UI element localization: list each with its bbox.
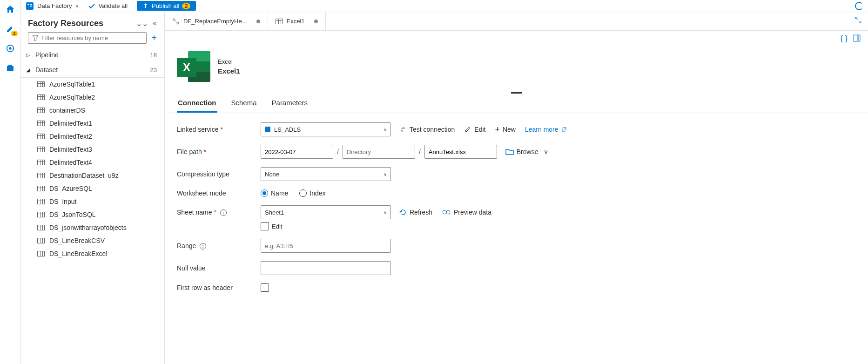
publish-all-button[interactable]: Publish all 2 [137, 1, 196, 11]
table-icon [37, 251, 45, 256]
svg-point-12 [443, 210, 446, 214]
table-icon [37, 173, 45, 178]
browse-dropdown[interactable]: ∨ [544, 148, 548, 155]
dataset-item[interactable]: DS_LineBreakCSV [20, 234, 164, 247]
dataset-item-label: containerDS [49, 107, 85, 114]
home-icon[interactable] [4, 3, 17, 16]
section-label: Pipeline [35, 51, 59, 59]
dataset-item[interactable]: DS_Input [20, 195, 164, 208]
collapse-panel-icon[interactable]: « [153, 19, 157, 28]
directory-input[interactable] [343, 145, 415, 159]
file-input[interactable] [424, 145, 497, 159]
tab-dataflow[interactable]: DF_ReplaceEmptyHe... [165, 12, 268, 30]
resource-tree: ▷Pipeline 18 ◢Dataset 23 AzureSqlTable1A… [20, 47, 164, 364]
table-icon [276, 19, 283, 24]
section-label: Dataset [35, 66, 58, 74]
connection-form: Linked service * LS_ADLS ∨ Test connecti… [165, 113, 868, 310]
breadcrumb[interactable]: Data Factory ∨ [26, 2, 79, 10]
dataset-item[interactable]: AzureSqlTable1 [20, 78, 164, 91]
compression-select[interactable]: None ∨ [261, 167, 391, 181]
table-icon [37, 199, 45, 204]
linked-service-select[interactable]: LS_ADLS ∨ [261, 122, 391, 136]
section-count: 18 [150, 52, 157, 59]
dataset-item[interactable]: DelimitedText3 [20, 143, 164, 156]
sheet-name-select[interactable]: Sheet1 ∨ [261, 205, 391, 219]
left-rail: 2 [0, 0, 20, 364]
container-input[interactable] [261, 145, 333, 159]
range-input[interactable] [261, 239, 391, 253]
tree-section-dataset[interactable]: ◢Dataset 23 [20, 62, 164, 78]
section-count: 23 [150, 67, 157, 74]
chevron-down-icon: ∨ [384, 172, 387, 177]
edit-checkbox[interactable] [261, 222, 269, 230]
dataset-item[interactable]: DS_LineBreakExcel [20, 247, 164, 260]
svg-point-1 [9, 47, 11, 49]
author-icon[interactable]: 2 [4, 22, 17, 35]
new-button[interactable]: + New [495, 126, 516, 133]
chevron-down-icon: ◢ [26, 67, 32, 73]
compression-value: None [265, 171, 279, 178]
table-icon [37, 94, 45, 100]
first-row-header-checkbox[interactable] [261, 283, 269, 292]
dataset-item[interactable]: DelimitedText4 [20, 156, 164, 169]
dataset-item[interactable]: DestinationDataset_u9z [20, 169, 164, 182]
manage-icon[interactable] [4, 61, 17, 74]
tab-parameters[interactable]: Parameters [271, 94, 309, 113]
path-separator: / [337, 148, 339, 155]
test-connection-button[interactable]: Test connection [399, 126, 455, 133]
dataset-item-label: DS_JsonToSQL [49, 211, 96, 218]
learn-more-label: Learn more [525, 126, 558, 133]
table-icon [37, 238, 45, 243]
tab-schema[interactable]: Schema [230, 94, 258, 113]
loading-spinner-icon [855, 2, 863, 10]
null-value-input[interactable] [261, 261, 391, 275]
edit-button[interactable]: Edit [464, 126, 485, 133]
chevrons-down-icon[interactable]: ⌄⌄ [136, 19, 148, 28]
dataset-item[interactable]: containerDS [20, 104, 164, 117]
dataset-item[interactable]: DS_AzureSQL [20, 182, 164, 195]
worksheet-mode-label: Worksheet mode [177, 189, 261, 197]
range-label: Range [177, 242, 196, 249]
refresh-label: Refresh [410, 209, 432, 216]
dataset-item[interactable]: DS_JsonToSQL [20, 208, 164, 221]
dataset-item[interactable]: DelimitedText2 [20, 130, 164, 143]
svg-rect-10 [854, 35, 858, 41]
svg-rect-3 [8, 65, 12, 67]
dataset-item[interactable]: AzureSqlTable2 [20, 91, 164, 104]
learn-more-link[interactable]: Learn more [525, 126, 567, 133]
validate-all-button[interactable]: Validate all [88, 2, 128, 10]
tab-connection[interactable]: Connection [177, 94, 217, 113]
expand-icon[interactable] [855, 17, 861, 23]
radio-name[interactable]: Name [261, 189, 288, 197]
linked-service-label: Linked service [177, 126, 219, 133]
refresh-button[interactable]: Refresh [399, 209, 432, 216]
detail-tabs: Connection Schema Parameters [165, 94, 868, 113]
filter-input-wrapper[interactable] [28, 32, 147, 44]
dataset-item[interactable]: DS_jsonwitharrayofobjects [20, 221, 164, 234]
dataset-item[interactable]: DelimitedText1 [20, 117, 164, 130]
browse-button[interactable]: Browse [505, 148, 538, 155]
dataset-item-label: DS_LineBreakExcel [49, 250, 108, 257]
dataset-item-label: DS_AzureSQL [49, 185, 92, 192]
resources-title: Factory Resources [28, 19, 103, 28]
radio-index[interactable]: Index [299, 189, 325, 197]
info-icon[interactable]: i [220, 209, 227, 216]
chevron-down-icon: ∨ [384, 210, 387, 215]
preview-data-button[interactable]: Preview data [442, 209, 491, 216]
preview-label: Preview data [454, 209, 491, 216]
browse-label: Browse [517, 148, 538, 155]
linked-service-value: LS_ADLS [274, 126, 301, 133]
test-connection-label: Test connection [410, 126, 455, 133]
properties-button[interactable] [853, 34, 861, 43]
add-resource-button[interactable]: + [151, 33, 157, 43]
filter-input[interactable] [41, 34, 142, 41]
monitor-icon[interactable] [4, 42, 17, 55]
tree-section-pipeline[interactable]: ▷Pipeline 18 [20, 47, 164, 62]
json-view-button[interactable]: { } [841, 34, 848, 43]
info-icon[interactable]: i [200, 243, 206, 249]
tab-dataset[interactable]: Excel1 [268, 12, 326, 30]
svg-rect-7 [30, 6, 32, 7]
svg-rect-6 [30, 4, 32, 5]
excel-logo-icon: X [177, 51, 210, 82]
svg-rect-2 [7, 66, 13, 71]
